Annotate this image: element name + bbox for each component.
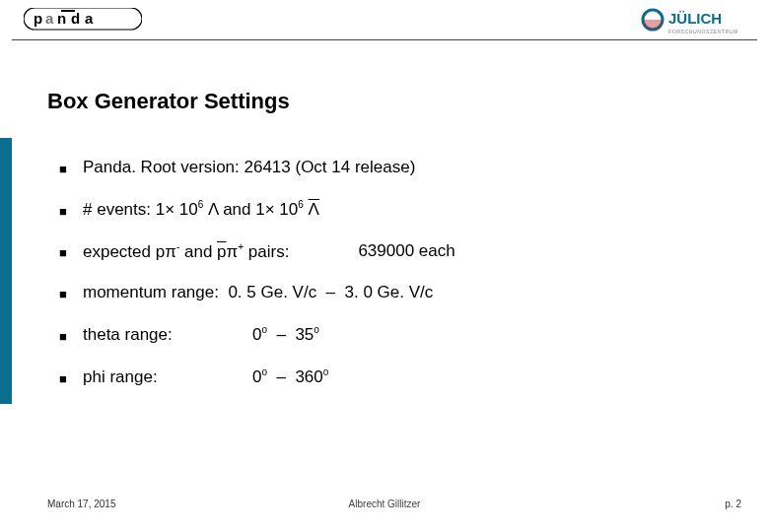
bullet-item: ■ # events: 1× 106 Λ and 1× 106 Λ (59, 199, 730, 220)
side-accent-bar (0, 138, 12, 404)
bullet-label: phi range: (83, 367, 217, 387)
bullet-icon: ■ (59, 204, 73, 219)
bullet-icon: ■ (59, 162, 73, 176)
bullet-icon: ■ (59, 287, 73, 301)
julich-word: JÜLICH (668, 10, 722, 27)
bullet-item: ■ theta range: 0o – 35o (59, 324, 730, 345)
bullet-text: # events: 1× 106 Λ and 1× 106 Λ (83, 199, 319, 220)
panda-logo: p a n d a (24, 8, 142, 33)
footer-page: p. 2 (725, 499, 741, 509)
bullet-text: expected pπ- and pπ+ pairs: (83, 241, 289, 262)
slide-title: Box Generator Settings (47, 89, 290, 114)
bullet-label: theta range: (83, 325, 217, 345)
julich-logo: JÜLICH FORSCHUNGSZENTRUM (639, 6, 757, 39)
bullet-value: 0o – 360o (252, 366, 328, 387)
content-area: ■ Panda. Root version: 26413 (Oct 14 rel… (59, 158, 730, 387)
header-rule (12, 39, 757, 40)
footer: March 17, 2015 Albrecht Gillitzer p. 2 (0, 499, 769, 518)
bullet-item: ■ phi range: 0o – 360o (59, 366, 730, 387)
bullet-item: ■ expected pπ- and pπ+ pairs: 639000 eac… (59, 241, 730, 262)
julich-sub: FORSCHUNGSZENTRUM (668, 29, 738, 34)
bullet-item: ■ momentum range: 0. 5 Ge. V/c – 3. 0 Ge… (59, 283, 730, 302)
svg-text:a: a (45, 10, 54, 27)
bullet-icon: ■ (59, 329, 73, 344)
header: p a n d a JÜLICH FORSCHUNGSZENTRUM (0, 0, 769, 47)
svg-text:p: p (34, 10, 42, 27)
bullet-text: momentum range: 0. 5 Ge. V/c – 3. 0 Ge. … (83, 283, 433, 302)
svg-text:d: d (71, 10, 80, 27)
bullet-value: 0o – 35o (252, 324, 319, 345)
bullet-item: ■ Panda. Root version: 26413 (Oct 14 rel… (59, 158, 730, 177)
slide: p a n d a JÜLICH FORSCHUNGSZENTRUM Box G… (0, 0, 769, 532)
bullet-value: 639000 each (358, 241, 454, 261)
bullet-text: Panda. Root version: 26413 (Oct 14 relea… (83, 158, 415, 177)
footer-author: Albrecht Gillitzer (349, 499, 421, 509)
bullet-icon: ■ (59, 371, 73, 386)
svg-text:a: a (85, 10, 94, 27)
bullet-icon: ■ (59, 245, 73, 260)
svg-text:n: n (57, 10, 66, 27)
footer-date: March 17, 2015 (47, 499, 116, 509)
